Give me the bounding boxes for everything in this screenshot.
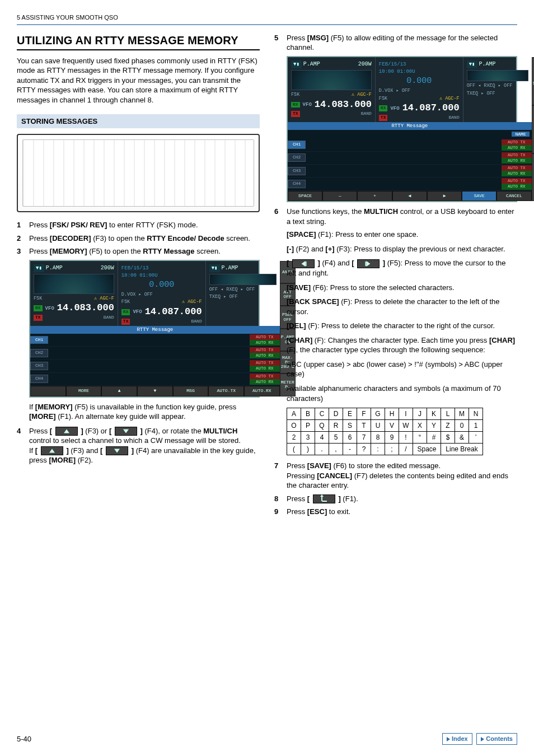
step-1: Press [FSK/ PSK/ REV] to enter RTTY (FSK…: [29, 220, 198, 230]
right-column: 5 Press [MSG] (F5) to allow editing of t…: [274, 33, 517, 723]
subsection-heading: STORING MESSAGES: [17, 114, 260, 129]
up-arrow-icon: [55, 427, 78, 436]
return-icon: [313, 494, 335, 503]
step-8: Press [ ] (F1).: [287, 494, 358, 504]
step-number: 8: [274, 494, 281, 504]
rtty-edit-screen: ▼▮P.AMP200W FSK⚠ AGC-F RXVFO14.083.000 T…: [287, 56, 517, 202]
step-6: Use functions keys, the MULTI/CH control…: [287, 207, 517, 226]
step-number: 5: [274, 33, 281, 53]
step-2: Press [DECODER] (F3) to open the RTTY En…: [29, 234, 250, 244]
step-number: 3: [17, 246, 24, 256]
down-arrow-icon: [106, 446, 128, 455]
step-3: Press [MEMORY] (F5) to open the RTTY Mes…: [29, 246, 221, 256]
page-number: 5-40: [17, 734, 31, 744]
intro-paragraph: You can save frequently used fixed phase…: [17, 56, 260, 105]
play-icon: [481, 737, 484, 741]
step-4: Press [ ] (F3) or [ ] (F4), or rotate th…: [29, 426, 260, 465]
section-heading: UTILIZING AN RTTY MESSAGE MEMORY: [17, 33, 260, 50]
down-arrow-icon: [115, 427, 137, 436]
transceiver-illustration: [17, 134, 260, 212]
step-9: Press [ESC] to exit.: [287, 507, 350, 517]
cursor-right-icon: [357, 259, 380, 268]
step-7: Press [SAVE] (F6) to store the edited me…: [287, 461, 517, 491]
step-5: Press [MSG] (F5) to allow editing of the…: [287, 33, 517, 53]
index-button[interactable]: Index: [442, 733, 472, 745]
play-icon: [447, 737, 450, 741]
up-arrow-icon: [41, 446, 63, 455]
step-number: 4: [17, 426, 24, 465]
character-table: ABCDEFGHIJKLMNOPQRSTUVWXYZ0123456789!“#$…: [287, 408, 483, 455]
header-rule: [17, 24, 517, 25]
step-number: 7: [274, 461, 281, 491]
left-column: UTILIZING AN RTTY MESSAGE MEMORY You can…: [17, 33, 260, 723]
step-3-note: If [MEMORY] (F5) is unavailable in the f…: [29, 402, 260, 422]
step-number: 2: [17, 234, 24, 244]
step-number: 6: [274, 207, 281, 226]
cursor-left-icon: [292, 259, 315, 268]
breadcrumb: 5 ASSISTING YOUR SMOOTH QSO: [17, 13, 517, 22]
rtty-message-screen: ▼▮P.AMP200W FSK⚠ AGC-F RXVFO14.083.000 T…: [29, 260, 260, 398]
step-6-details: [SPACE] (F1): Press to enter one space. …: [287, 230, 517, 455]
step-number: 1: [17, 220, 24, 230]
contents-button[interactable]: Contents: [476, 733, 517, 745]
step-number: 9: [274, 507, 281, 517]
